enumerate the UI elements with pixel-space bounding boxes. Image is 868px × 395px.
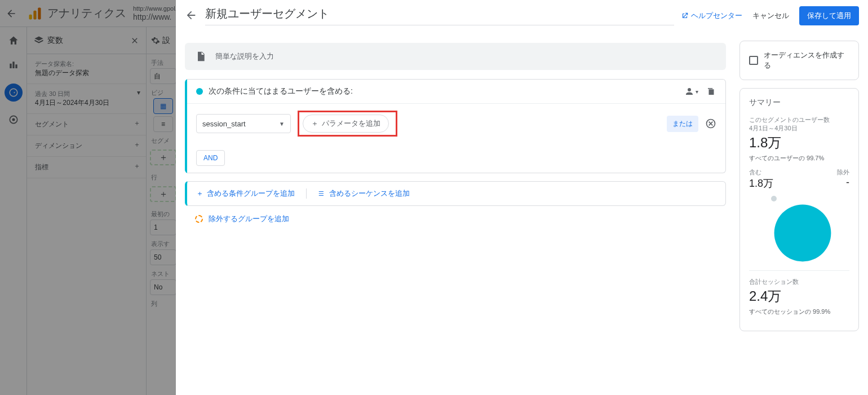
open-in-new-icon [681, 12, 689, 20]
modal-title[interactable]: 新規ユーザーセグメント [205, 6, 674, 25]
add-sequence-button[interactable]: 含めるシーケンスを追加 [318, 188, 410, 199]
add-condition-group-button[interactable]: ＋ 含める条件グループを追加 [196, 188, 295, 199]
or-button[interactable]: または [667, 116, 698, 132]
modal-back-icon[interactable] [185, 9, 198, 23]
include-label: 含む [749, 168, 761, 177]
pie-exclude-dot [771, 196, 777, 201]
segment-builder-modal: 新規ユーザーセグメント ヘルプセンター キャンセル 保存して適用 簡単な説明を入… [176, 0, 868, 395]
add-sequence-label: 含めるシーケンスを追加 [329, 188, 410, 199]
add-parameter-label: パラメータを追加 [322, 118, 380, 129]
include-dot-icon [196, 88, 203, 95]
event-value: session_start [202, 120, 246, 128]
help-center-link[interactable]: ヘルプセンター [681, 11, 742, 21]
scope-selector[interactable]: ▾ [684, 86, 698, 96]
summary-users-range: 4月1日～4月30日 [749, 124, 849, 133]
and-button[interactable]: AND [196, 150, 225, 166]
add-group-row: ＋ 含める条件グループを追加 含めるシーケンスを追加 [185, 181, 726, 206]
summary-title: サマリー [749, 98, 849, 108]
create-audience-label: オーディエンスを作成する [764, 50, 849, 71]
include-value: 1.8万 [749, 177, 773, 190]
save-apply-button[interactable]: 保存して適用 [799, 6, 859, 25]
event-selector[interactable]: session_start ▼ [196, 114, 291, 133]
sequence-icon [318, 190, 326, 198]
summary-users-value: 1.8万 [749, 134, 849, 152]
description-icon [195, 51, 206, 62]
exclude-dot-icon [195, 215, 203, 223]
cancel-button[interactable]: キャンセル [747, 7, 795, 24]
remove-condition-icon[interactable] [705, 118, 716, 129]
summary-sessions-label: 合計セッション数 [749, 278, 849, 286]
svg-point-7 [774, 205, 831, 262]
include-group-label: 次の条件に当てはまるユーザーを含める: [209, 86, 353, 96]
exclude-label: 除外 [837, 168, 849, 177]
modal-header: 新規ユーザーセグメント ヘルプセンター キャンセル 保存して適用 [176, 0, 868, 32]
highlight-annotation: ＋ パラメータを追加 [298, 111, 397, 137]
add-condition-group-label: 含める条件グループを追加 [207, 188, 295, 199]
delete-group-icon[interactable] [706, 86, 716, 96]
description-placeholder: 簡単な説明を入力 [215, 51, 274, 62]
include-group: 次の条件に当てはまるユーザーを含める: ▾ session_start ▼ ＋ [185, 79, 726, 173]
summary-users-sub: すべてのユーザーの 99.7% [749, 154, 849, 163]
include-group-header: 次の条件に当てはまるユーザーを含める: ▾ [187, 80, 725, 103]
summary-sessions-sub: すべてのセッションの 99.9% [749, 308, 849, 316]
and-row: AND [187, 143, 725, 173]
plus-icon: ＋ [311, 118, 318, 129]
segment-builder-area: 簡単な説明を入力 次の条件に当てはまるユーザーを含める: ▾ session_s… [176, 32, 739, 395]
create-audience-checkbox[interactable] [749, 56, 758, 65]
condition-row: session_start ▼ ＋ パラメータを追加 または [187, 103, 725, 143]
summary-panel: オーディエンスを作成する サマリー このセグメントのユーザー数 4月1日～4月3… [739, 32, 868, 395]
plus-icon: ＋ [196, 188, 203, 199]
exclude-group-label: 除外するグループを追加 [209, 214, 289, 224]
add-parameter-button[interactable]: ＋ パラメータを追加 [303, 115, 389, 133]
summary-card: サマリー このセグメントのユーザー数 4月1日～4月30日 1.8万 すべてのユ… [739, 88, 859, 331]
exclude-group-row[interactable]: 除外するグループを追加 [185, 206, 726, 232]
description-card[interactable]: 簡単な説明を入力 [185, 43, 726, 70]
summary-users-label: このセグメントのユーザー数 [749, 116, 849, 124]
summary-sessions-value: 2.4万 [749, 287, 849, 305]
chevron-down-icon: ▼ [279, 121, 285, 127]
create-audience-card[interactable]: オーディエンスを作成する [739, 41, 859, 80]
exclude-value: - [846, 177, 849, 190]
help-center-label: ヘルプセンター [691, 11, 742, 21]
summary-pie-chart [765, 196, 833, 264]
